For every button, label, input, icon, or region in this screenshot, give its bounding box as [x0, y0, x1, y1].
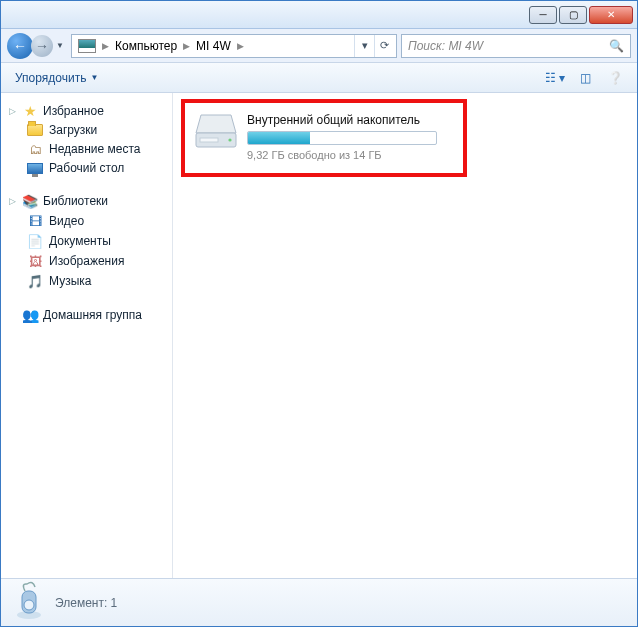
star-icon: ★ — [22, 103, 38, 119]
search-icon[interactable]: 🔍 — [609, 39, 624, 53]
storage-progress — [247, 131, 437, 145]
crumb-computer[interactable]: Компьютер — [111, 35, 181, 57]
maximize-button[interactable]: ▢ — [559, 6, 587, 24]
nav-buttons: ← → ▼ — [7, 32, 67, 60]
svg-point-6 — [24, 600, 34, 610]
sidebar-item-downloads[interactable]: Загрузки — [5, 121, 168, 139]
libraries-label: Библиотеки — [43, 194, 108, 208]
close-button[interactable]: ✕ — [589, 6, 633, 24]
breadcrumb-sep: ▶ — [100, 41, 111, 51]
video-icon: 🎞 — [27, 213, 43, 229]
sidebar-item-label: Документы — [49, 234, 111, 248]
explorer-window: ─ ▢ ✕ ← → ▼ ▶ Компьютер ▶ MI 4W ▶ ▾ ⟳ По… — [0, 0, 638, 627]
collapse-icon: ▷ — [9, 196, 17, 206]
sidebar-item-music[interactable]: 🎵 Музыка — [5, 271, 168, 291]
help-button[interactable]: ❔ — [601, 67, 629, 89]
svg-point-2 — [228, 138, 231, 141]
sidebar-item-desktop[interactable]: Рабочий стол — [5, 159, 168, 177]
toolbar-right: ☷ ▾ ◫ ❔ — [541, 67, 629, 89]
collapse-icon: ▷ — [9, 106, 17, 116]
minimize-button[interactable]: ─ — [529, 6, 557, 24]
storage-progress-fill — [248, 132, 310, 144]
refresh-button[interactable]: ⟳ — [374, 35, 394, 57]
documents-icon: 📄 — [27, 233, 43, 249]
sidebar-group-favorites: ▷ ★ Избранное Загрузки 🗂 Недавние места … — [5, 101, 168, 177]
view-options-button[interactable]: ☷ ▾ — [541, 67, 569, 89]
search-box[interactable]: Поиск: MI 4W 🔍 — [401, 34, 631, 58]
device-icon — [13, 581, 45, 624]
search-placeholder: Поиск: MI 4W — [408, 39, 483, 53]
breadcrumb-sep: ▶ — [181, 41, 192, 51]
sidebar-item-recent[interactable]: 🗂 Недавние места — [5, 139, 168, 159]
sidebar-item-documents[interactable]: 📄 Документы — [5, 231, 168, 251]
organize-label: Упорядочить — [15, 71, 86, 85]
sidebar-item-label: Видео — [49, 214, 84, 228]
nav-row: ← → ▼ ▶ Компьютер ▶ MI 4W ▶ ▾ ⟳ Поиск: M… — [1, 29, 637, 63]
status-text: Элемент: 1 — [55, 596, 117, 610]
crumb-current[interactable]: MI 4W — [192, 35, 235, 57]
titlebar: ─ ▢ ✕ — [1, 1, 637, 29]
drive-freespace: 9,32 ГБ свободно из 14 ГБ — [247, 149, 453, 161]
folder-icon — [27, 124, 43, 136]
forward-button[interactable]: → — [31, 35, 53, 57]
drive-icon — [195, 113, 237, 151]
drive-name: Внутренний общий накопитель — [247, 113, 453, 127]
sidebar-item-label: Недавние места — [49, 142, 140, 156]
sidebar-item-label: Рабочий стол — [49, 161, 124, 175]
libraries-icon: 📚 — [22, 193, 38, 209]
preview-pane-button[interactable]: ◫ — [571, 67, 599, 89]
sidebar-item-label: Музыка — [49, 274, 91, 288]
address-bar[interactable]: ▶ Компьютер ▶ MI 4W ▶ ▾ ⟳ — [71, 34, 397, 58]
toolbar: Упорядочить ▼ ☷ ▾ ◫ ❔ — [1, 63, 637, 93]
sidebar-item-video[interactable]: 🎞 Видео — [5, 211, 168, 231]
desktop-icon — [27, 163, 43, 174]
drive-item[interactable]: Внутренний общий накопитель 9,32 ГБ своб… — [181, 99, 467, 177]
sidebar-group-libraries: ▷ 📚 Библиотеки 🎞 Видео 📄 Документы 🖼 Изо… — [5, 191, 168, 291]
statusbar: Элемент: 1 — [1, 578, 637, 626]
sidebar-item-label: Загрузки — [49, 123, 97, 137]
content-pane[interactable]: Внутренний общий накопитель 9,32 ГБ своб… — [173, 93, 637, 578]
sidebar-group-homegroup: ▷ 👥 Домашняя группа — [5, 305, 168, 325]
sidebar-favorites-header[interactable]: ▷ ★ Избранное — [5, 101, 168, 121]
sidebar: ▷ ★ Избранное Загрузки 🗂 Недавние места … — [1, 93, 173, 578]
sidebar-item-pictures[interactable]: 🖼 Изображения — [5, 251, 168, 271]
recent-icon: 🗂 — [27, 141, 43, 157]
favorites-label: Избранное — [43, 104, 104, 118]
breadcrumb-sep: ▶ — [235, 41, 246, 51]
homegroup-label: Домашняя группа — [43, 308, 142, 322]
body: ▷ ★ Избранное Загрузки 🗂 Недавние места … — [1, 93, 637, 578]
address-actions: ▾ ⟳ — [354, 35, 394, 57]
pictures-icon: 🖼 — [27, 253, 43, 269]
svg-rect-3 — [200, 138, 218, 142]
back-button[interactable]: ← — [7, 33, 33, 59]
sidebar-libraries-header[interactable]: ▷ 📚 Библиотеки — [5, 191, 168, 211]
location-icon — [78, 39, 96, 53]
sidebar-item-label: Изображения — [49, 254, 124, 268]
drive-info: Внутренний общий накопитель 9,32 ГБ своб… — [247, 113, 453, 161]
homegroup-icon: 👥 — [22, 307, 38, 323]
address-dropdown[interactable]: ▾ — [354, 35, 374, 57]
sidebar-homegroup-header[interactable]: ▷ 👥 Домашняя группа — [5, 305, 168, 325]
music-icon: 🎵 — [27, 273, 43, 289]
organize-button[interactable]: Упорядочить ▼ — [9, 68, 104, 88]
svg-marker-0 — [196, 115, 236, 133]
nav-history-dropdown[interactable]: ▼ — [53, 33, 67, 59]
chevron-down-icon: ▼ — [90, 73, 98, 82]
